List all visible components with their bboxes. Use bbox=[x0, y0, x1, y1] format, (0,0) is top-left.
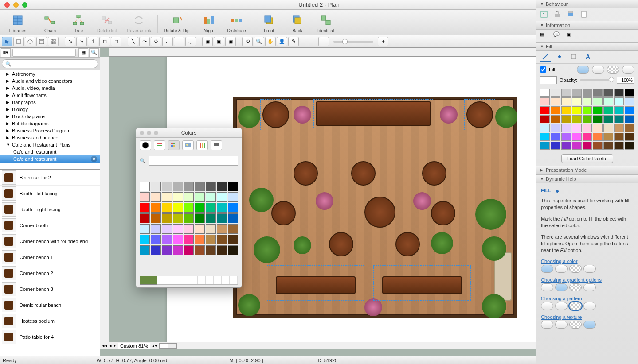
colors-current-swatch[interactable] bbox=[140, 276, 157, 285]
fill-tab-pen[interactable] bbox=[540, 53, 551, 62]
nav-next[interactable]: ▸ bbox=[114, 343, 116, 349]
palette-swatch[interactable] bbox=[572, 97, 582, 105]
connector-tool-4[interactable]: ◻ bbox=[99, 37, 110, 46]
grid-tool[interactable] bbox=[48, 37, 59, 46]
behaviour-header[interactable]: ▼Behaviour bbox=[536, 0, 638, 8]
library-tree[interactable]: ▶Astronomy▶Audio and video connectors▶Au… bbox=[0, 70, 100, 170]
shape-item[interactable]: Bistro set for 2 bbox=[0, 170, 100, 186]
toolbar-reverse-link[interactable]: Reverse link bbox=[127, 13, 151, 33]
palette-swatch[interactable] bbox=[603, 142, 613, 150]
shape-item[interactable]: Corner bench 2 bbox=[0, 265, 100, 281]
color-swatch[interactable] bbox=[217, 192, 227, 202]
palette-swatch[interactable] bbox=[572, 106, 582, 114]
toolbar-delete-link[interactable]: Delete link bbox=[97, 13, 118, 33]
color-swatch[interactable] bbox=[173, 192, 183, 202]
palette-swatch[interactable] bbox=[603, 133, 613, 141]
color-swatch[interactable] bbox=[140, 203, 150, 213]
help-btn[interactable] bbox=[555, 283, 568, 291]
toolbar-chain[interactable]: Chain bbox=[40, 13, 60, 33]
palette-swatch[interactable] bbox=[561, 133, 571, 141]
color-swatch[interactable] bbox=[184, 213, 194, 223]
palette-swatch[interactable] bbox=[625, 89, 634, 97]
palette-swatch[interactable] bbox=[583, 97, 592, 105]
color-swatch[interactable] bbox=[162, 213, 172, 223]
palette-swatch[interactable] bbox=[551, 133, 560, 141]
view-grid-button[interactable]: ▦ bbox=[78, 48, 88, 57]
group-tool-2[interactable]: ▣ bbox=[214, 37, 224, 46]
load-palette-button[interactable]: Load Color Palette bbox=[561, 154, 613, 163]
library-tree-item[interactable]: ▶Business Process Diagram bbox=[0, 127, 100, 134]
shape-item[interactable]: Corner booth bbox=[0, 217, 100, 233]
help-btn[interactable] bbox=[583, 321, 596, 329]
resize-icon[interactable] bbox=[540, 10, 549, 19]
palette-swatch[interactable] bbox=[603, 89, 613, 97]
round-table[interactable] bbox=[364, 197, 395, 228]
palette-swatch[interactable] bbox=[614, 142, 624, 150]
palette-swatch[interactable] bbox=[593, 124, 603, 132]
palette-swatch[interactable] bbox=[540, 133, 550, 141]
color-swatch[interactable] bbox=[206, 203, 216, 213]
shape-item[interactable]: Corner bench with rounded end bbox=[0, 233, 100, 249]
palette-swatch[interactable] bbox=[551, 115, 560, 123]
group-tool-3[interactable]: ▣ bbox=[225, 37, 236, 46]
color-swatch[interactable] bbox=[217, 213, 227, 223]
palette-swatch[interactable] bbox=[572, 142, 582, 150]
color-swatch[interactable] bbox=[228, 245, 238, 255]
color-swatch[interactable] bbox=[151, 235, 161, 244]
palette-swatch[interactable] bbox=[614, 124, 624, 132]
colors-window[interactable]: Colors 🔍 bbox=[136, 128, 242, 288]
color-swatch[interactable] bbox=[217, 182, 227, 191]
color-swatch[interactable] bbox=[184, 182, 194, 191]
zoom-slider[interactable] bbox=[333, 41, 373, 43]
rotate-tool[interactable]: ⟲ bbox=[242, 37, 253, 46]
color-swatch[interactable] bbox=[184, 203, 194, 213]
connector-tool-5[interactable]: ◻ bbox=[111, 37, 121, 46]
dynamic-help-header[interactable]: ▼Dynamic Help bbox=[536, 175, 638, 183]
fill-color-swatch[interactable] bbox=[540, 76, 557, 84]
color-swatch[interactable] bbox=[173, 203, 183, 213]
palette-swatch[interactable] bbox=[540, 106, 550, 114]
color-swatch[interactable] bbox=[184, 245, 194, 255]
toolbar-distribute[interactable]: Distribute bbox=[227, 13, 247, 33]
palette-swatch[interactable] bbox=[625, 115, 634, 123]
colors-titlebar[interactable]: Colors bbox=[136, 128, 242, 138]
connector-tool-3[interactable]: ⤴ bbox=[88, 37, 98, 46]
palette-swatch[interactable] bbox=[561, 89, 571, 97]
palette-swatch[interactable] bbox=[625, 142, 634, 150]
help-btn[interactable] bbox=[541, 321, 553, 329]
help-btn[interactable] bbox=[541, 265, 553, 273]
line-tool-2[interactable]: 〜 bbox=[139, 37, 150, 46]
palette-swatch[interactable] bbox=[583, 115, 592, 123]
opacity-value[interactable]: 100% bbox=[617, 77, 634, 84]
color-swatch[interactable] bbox=[228, 235, 238, 244]
group-tool-1[interactable]: ▣ bbox=[202, 37, 213, 46]
zoom-tool[interactable]: 🔍 bbox=[254, 37, 264, 46]
palette-swatch[interactable] bbox=[625, 133, 634, 141]
fill-mode-solid[interactable] bbox=[577, 66, 589, 74]
palette-swatch[interactable] bbox=[583, 106, 592, 114]
color-swatch[interactable] bbox=[151, 224, 161, 234]
fill-checkbox[interactable] bbox=[540, 66, 546, 73]
note-icon[interactable]: ▤ bbox=[540, 31, 549, 40]
line-tool-4[interactable]: ⌐ bbox=[162, 37, 173, 46]
help-btn[interactable] bbox=[583, 302, 596, 310]
help-btn[interactable] bbox=[555, 302, 568, 310]
color-swatch[interactable] bbox=[217, 203, 227, 213]
library-tree-item[interactable]: ▶Audio and video connectors bbox=[0, 77, 100, 85]
toolbar-tree[interactable]: Tree bbox=[69, 13, 88, 33]
color-swatch[interactable] bbox=[151, 213, 161, 223]
fill-mode-pattern[interactable] bbox=[607, 66, 619, 74]
color-swatch[interactable] bbox=[151, 192, 161, 202]
library-tree-item[interactable]: ▶Biology bbox=[0, 106, 100, 113]
color-swatch[interactable] bbox=[195, 213, 205, 223]
palette-swatch[interactable] bbox=[540, 142, 550, 150]
connector-tool-1[interactable]: ↘ bbox=[65, 37, 75, 46]
line-tool-5[interactable]: ⌐ bbox=[174, 37, 184, 46]
color-swatch[interactable] bbox=[140, 224, 150, 234]
palette-swatch[interactable] bbox=[593, 142, 603, 150]
shape-item[interactable]: Hostess podium bbox=[0, 313, 100, 329]
hand-tool[interactable]: ✋ bbox=[265, 37, 276, 46]
nav-first[interactable]: ◂◂ bbox=[102, 343, 107, 349]
color-swatch[interactable] bbox=[195, 235, 205, 244]
palette-swatch[interactable] bbox=[603, 106, 613, 114]
